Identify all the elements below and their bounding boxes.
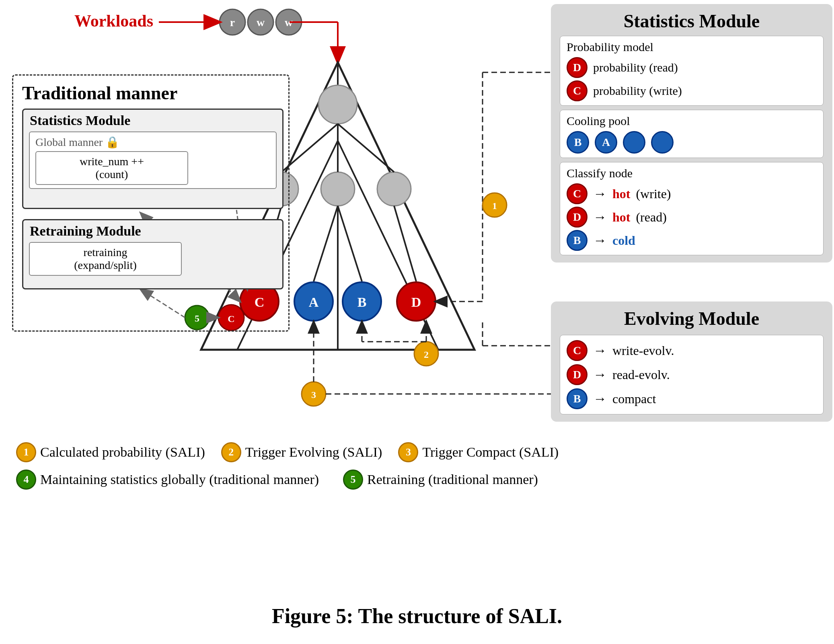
svg-point-19: [321, 172, 355, 206]
svg-text:w: w: [285, 16, 293, 29]
prob-read-label: probability (read): [593, 61, 678, 74]
evolv-D-arrow: →: [593, 367, 607, 382]
classify-B-label: cold: [612, 233, 635, 248]
evolv-D-row: D → read-evolv.: [567, 364, 817, 385]
legend-1: 1 Calculated probability (SALI): [16, 442, 205, 462]
svg-text:B: B: [357, 295, 367, 310]
svg-text:D: D: [411, 295, 421, 310]
svg-line-26: [394, 206, 416, 281]
svg-text:2: 2: [424, 349, 429, 360]
classify-D-node: D: [567, 207, 587, 228]
evolv-C-arrow: →: [593, 343, 607, 358]
svg-point-16: [318, 85, 357, 124]
svg-point-18: [377, 172, 411, 206]
svg-point-42: [414, 342, 438, 366]
evolving-module-panel: Evolving Module C → write-evolv. D → rea…: [551, 301, 832, 422]
stats-module-main-panel: Statistics Module Probability model D pr…: [551, 4, 832, 263]
stats-module-traditional-title: Statistics Module: [23, 110, 282, 131]
legend-area: 1 Calculated probability (SALI) 2 Trigge…: [16, 442, 820, 497]
classify-D-desc: (read): [636, 210, 666, 225]
svg-point-7: [276, 9, 302, 35]
legend-3: 3 Trigger Compact (SALI): [398, 442, 559, 462]
prob-read-row: D probability (read): [567, 57, 817, 78]
legend-2: 2 Trigger Evolving (SALI): [221, 442, 382, 462]
node-D-red: D: [567, 57, 587, 78]
legend-text-3: Trigger Compact (SALI): [422, 445, 559, 460]
classify-D-arrow: →: [593, 209, 607, 225]
legend-5: 5 Retraining (traditional manner): [343, 470, 538, 490]
legend-text-4: Maintaining statistics globally (traditi…: [40, 472, 319, 487]
legend-num-3: 3: [398, 442, 418, 462]
prob-write-label: probability (write): [593, 84, 682, 98]
classify-D-row: D → hot (read): [567, 207, 817, 228]
classify-B-row: B → cold: [567, 230, 817, 251]
classify-C-row: C → hot (write): [567, 183, 817, 204]
legend-text-2: Trigger Evolving (SALI): [245, 445, 382, 460]
workloads-label: Workloads: [74, 11, 153, 31]
retrain-module-traditional-box: Retraining Module retraining(expand/spli…: [22, 219, 283, 289]
evolv-D-label: read-evolv.: [612, 367, 670, 382]
legend-num-4: 4: [16, 470, 36, 490]
evolv-D-node: D: [567, 364, 587, 385]
svg-text:A: A: [309, 295, 319, 310]
legend-num-1: 1: [16, 442, 36, 462]
legend-text-5: Retraining (traditional manner): [367, 472, 538, 487]
evolv-C-node: C: [567, 340, 587, 361]
cooling-pool-nodes: B A: [567, 131, 817, 154]
retrain-inner-text: retraining(expand/split): [35, 246, 175, 272]
svg-line-22: [338, 124, 394, 172]
classify-node-section: Classify node C → hot (write) D → hot (r…: [560, 162, 824, 255]
cooling-pool-section: Cooling pool B A: [560, 110, 824, 158]
evolv-B-label: compact: [612, 392, 656, 406]
write-num-box: write_num ++(count): [35, 151, 188, 185]
evolv-C-row: C → write-evolv.: [567, 340, 817, 361]
main-container: r w w: [0, 0, 834, 644]
svg-point-33: [397, 282, 435, 321]
probability-model-label: Probability model: [567, 40, 817, 54]
svg-text:1: 1: [492, 201, 497, 211]
legend-num-2: 2: [221, 442, 241, 462]
evolv-B-row: B → compact: [567, 388, 817, 409]
stats-module-traditional-box: Statistics Module Global manner 🔒 write_…: [22, 109, 283, 209]
classify-C-desc: (write): [636, 187, 671, 201]
classify-D-label: hot: [612, 210, 630, 225]
svg-point-31: [343, 282, 381, 321]
evolving-module-title: Evolving Module: [560, 308, 824, 329]
svg-text:3: 3: [311, 390, 316, 400]
svg-line-25: [338, 206, 362, 281]
classify-B-node: B: [567, 230, 587, 251]
svg-point-38: [483, 193, 507, 217]
classify-B-arrow: →: [593, 233, 607, 248]
svg-point-3: [220, 9, 245, 35]
cooling-empty1: [623, 131, 645, 154]
retrain-module-traditional-title: Retraining Module: [23, 220, 282, 242]
classify-C-label: hot: [612, 187, 630, 201]
evolv-B-node: B: [567, 388, 587, 409]
prob-write-row: C probability (write): [567, 80, 817, 101]
legend-row-2: 4 Maintaining statistics globally (tradi…: [16, 470, 820, 490]
classify-node-label: Classify node: [567, 166, 817, 180]
cooling-empty2: [651, 131, 674, 154]
legend-4: 4 Maintaining statistics globally (tradi…: [16, 470, 319, 490]
write-num-text: write_num ++(count): [42, 155, 182, 181]
cooling-B: B: [567, 131, 589, 154]
cooling-pool-label: Cooling pool: [567, 114, 817, 128]
svg-text:r: r: [230, 16, 235, 29]
svg-point-47: [302, 382, 326, 406]
svg-marker-15: [338, 141, 438, 350]
svg-line-20: [281, 124, 338, 172]
svg-point-29: [294, 282, 333, 321]
cooling-A: A: [595, 131, 617, 154]
svg-text:w: w: [257, 16, 265, 29]
global-manner-text: Global manner 🔒: [35, 135, 270, 149]
stats-module-main-title: Statistics Module: [560, 10, 824, 32]
evolving-section: C → write-evolv. D → read-evolv. B → com…: [560, 335, 824, 414]
classify-C-arrow: →: [593, 186, 607, 201]
node-C-red-prob: C: [567, 80, 587, 101]
probability-model-section: Probability model D probability (read) C…: [560, 36, 824, 106]
evolv-B-arrow: →: [593, 391, 607, 406]
legend-num-5: 5: [343, 470, 363, 490]
svg-line-24: [314, 206, 338, 281]
traditional-manner-title: Traditional manner: [22, 82, 177, 104]
retrain-inner-box: retraining(expand/split): [29, 242, 182, 276]
